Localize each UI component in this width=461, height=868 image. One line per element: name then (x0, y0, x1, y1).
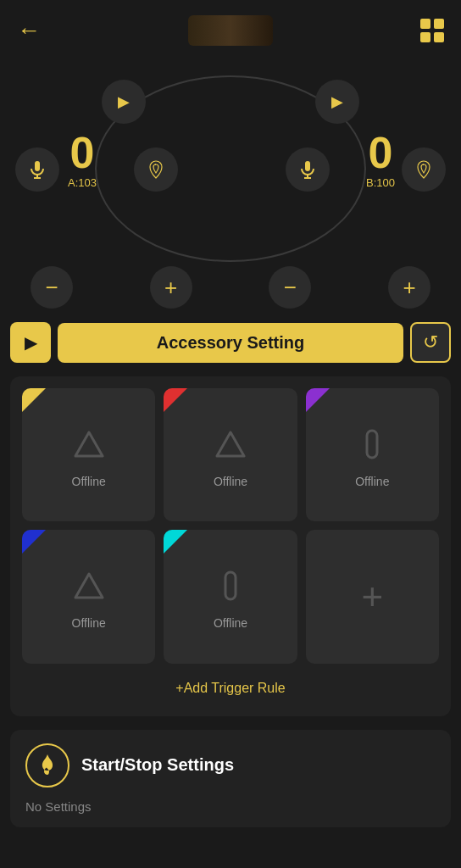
add-accessory-button[interactable]: + (306, 530, 439, 663)
refresh-icon: ↺ (423, 331, 438, 353)
svg-rect-6 (367, 431, 377, 458)
corner-yellow-1 (22, 388, 46, 412)
accessory-item-1[interactable]: Offline (22, 388, 155, 521)
grid-view-icon[interactable] (420, 19, 444, 42)
control-area: ▶ ▶ 0 A:103 (0, 54, 461, 283)
mic-right-icon (297, 159, 318, 180)
left-number: 0 (68, 131, 97, 175)
accessory-item-5[interactable]: Offline (164, 530, 297, 663)
fingerprint-left-button[interactable] (134, 147, 178, 192)
top-bar: ← (0, 0, 461, 54)
mic-right-button[interactable] (286, 147, 330, 192)
accessory-item-2[interactable]: Offline (164, 388, 297, 521)
item-4-label: Offline (72, 616, 106, 630)
fingerprint-right-button[interactable] (402, 147, 446, 192)
capsule-icon-3 (350, 422, 394, 470)
left-label: A:103 (68, 176, 97, 189)
accessory-item-4[interactable]: Offline (22, 530, 155, 663)
svg-rect-7 (225, 572, 236, 599)
triangle-icon-4 (67, 564, 111, 611)
number-display-right: 0 B:100 (366, 131, 395, 189)
start-stop-card: Start/Stop Settings No Settings (10, 730, 451, 827)
flame-icon-wrap (25, 743, 69, 787)
mic-left-icon (27, 159, 47, 180)
accessory-grid-container: Offline Offline Offline (10, 376, 451, 716)
triangle-icon-1 (67, 422, 111, 470)
play-left-icon: ▶ (118, 92, 130, 111)
item-3-label: Offline (355, 475, 389, 488)
mic-left-button[interactable] (15, 147, 59, 192)
no-settings-label: No Settings (25, 799, 436, 814)
start-stop-title: Start/Stop Settings (81, 755, 234, 775)
accessory-grid: Offline Offline Offline (22, 388, 439, 664)
accessory-item-3[interactable]: Offline (306, 388, 439, 521)
accessory-title: Accessory Setting (58, 323, 403, 363)
play-left-button[interactable]: ▶ (102, 80, 146, 124)
corner-purple-3 (306, 388, 330, 412)
play-right-button[interactable]: ▶ (315, 80, 359, 124)
fingerprint-left-icon (146, 159, 166, 180)
corner-blue-4 (22, 530, 46, 554)
start-stop-header: Start/Stop Settings (25, 743, 436, 787)
play-right-icon: ▶ (331, 92, 343, 111)
add-trigger-rule-button[interactable]: +Add Trigger Rule (22, 672, 439, 704)
item-1-label: Offline (72, 475, 106, 488)
svg-rect-3 (305, 161, 310, 171)
corner-cyan-5 (164, 530, 187, 554)
corner-red-2 (164, 388, 187, 412)
right-label: B:100 (366, 176, 395, 189)
plus-icon: + (361, 576, 383, 618)
flame-icon (35, 753, 60, 778)
triangle-icon-2 (208, 422, 253, 470)
fingerprint-right-icon (414, 159, 434, 180)
capsule-icon-5 (208, 564, 253, 611)
accessory-play-button[interactable]: ▶ (10, 322, 51, 363)
number-display-left: 0 A:103 (68, 131, 97, 189)
accessory-bar: ▶ Accessory Setting ↺ (10, 322, 451, 363)
accessory-refresh-button[interactable]: ↺ (410, 322, 451, 363)
item-5-label: Offline (214, 616, 247, 630)
svg-rect-0 (35, 161, 40, 171)
right-number: 0 (366, 131, 395, 175)
accessory-play-icon: ▶ (25, 332, 37, 353)
back-button[interactable]: ← (17, 17, 41, 44)
item-2-label: Offline (214, 475, 247, 488)
